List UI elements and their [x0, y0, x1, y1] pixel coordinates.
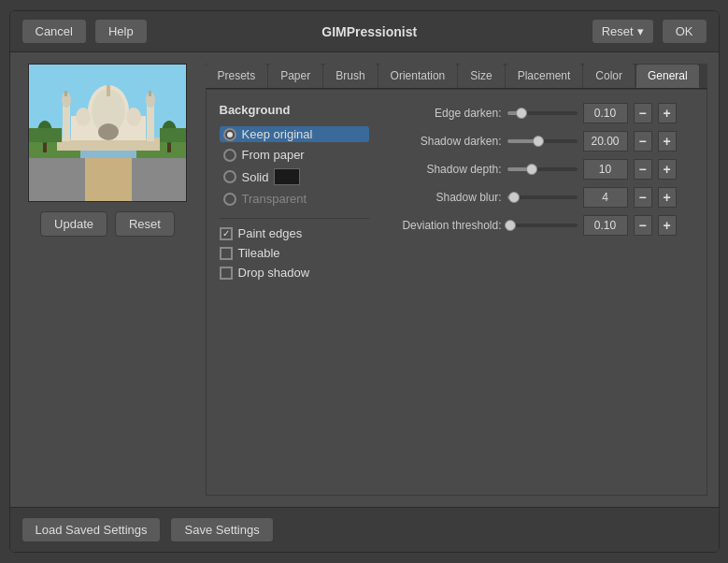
- divider: [220, 218, 369, 219]
- dialog-title: GIMPressionist: [321, 24, 417, 39]
- title-bar-right: Reset ▾ OK: [592, 19, 707, 44]
- shadow-depth-label: Shadow depth:: [380, 163, 502, 176]
- checkbox-paint-edges[interactable]: Paint edges: [220, 226, 369, 240]
- background-title: Background: [220, 103, 369, 117]
- checkbox-tileable[interactable]: Tileable: [220, 246, 369, 260]
- checkbox-box-tileable: [220, 247, 233, 260]
- checkbox-options: Paint edges Tileable Drop shadow: [220, 226, 369, 280]
- radio-label-transparent: Transparent: [242, 192, 307, 206]
- checkbox-drop-shadow[interactable]: Drop shadow: [220, 266, 369, 280]
- save-settings-button[interactable]: Save Settings: [170, 517, 273, 542]
- main-content: Update Reset Presets Paper Brush Orienta…: [10, 52, 719, 507]
- edge-darken-label: Edge darken:: [380, 107, 502, 120]
- slider-row-shadow-blur: Shadow blur: 4 − +: [380, 187, 693, 208]
- edge-darken-value: 0.10: [583, 103, 628, 123]
- shadow-depth-decrement[interactable]: −: [634, 159, 652, 180]
- cancel-button[interactable]: Cancel: [21, 19, 87, 44]
- shadow-darken-slider[interactable]: [507, 139, 578, 143]
- settings-left: Background Keep original From paper: [220, 103, 369, 280]
- svg-rect-14: [149, 91, 151, 96]
- title-bar-left: Cancel Help: [21, 19, 148, 44]
- color-swatch-solid[interactable]: [274, 168, 300, 185]
- dialog: Cancel Help GIMPressionist Reset ▾ OK: [9, 10, 720, 553]
- chevron-down-icon: ▾: [637, 24, 644, 38]
- shadow-depth-thumb: [526, 164, 537, 175]
- settings-right: Edge darken: 0.10 − + Shadow darken:: [380, 103, 693, 280]
- preview-image: [28, 64, 187, 202]
- left-panel: Update Reset: [21, 64, 194, 496]
- deviation-threshold-value: 0.10: [583, 215, 628, 236]
- checkbox-label-paint-edges: Paint edges: [238, 226, 303, 240]
- tab-content-general: Background Keep original From paper: [206, 89, 707, 496]
- radio-label-solid: Solid: [242, 170, 269, 184]
- shadow-darken-label: Shadow darken:: [380, 135, 502, 148]
- radio-transparent[interactable]: Transparent: [220, 191, 369, 207]
- deviation-threshold-thumb: [505, 220, 516, 231]
- svg-rect-8: [107, 85, 110, 96]
- shadow-darken-thumb: [533, 136, 544, 147]
- shadow-depth-increment[interactable]: +: [658, 159, 677, 180]
- load-settings-button[interactable]: Load Saved Settings: [21, 517, 162, 542]
- shadow-blur-slider[interactable]: [507, 195, 578, 199]
- svg-rect-9: [63, 102, 70, 141]
- checkbox-box-paint-edges: [220, 227, 233, 240]
- title-bar: Cancel Help GIMPressionist Reset ▾ OK: [10, 11, 719, 52]
- tab-presets[interactable]: Presets: [206, 64, 268, 88]
- shadow-darken-increment[interactable]: +: [658, 131, 677, 152]
- radio-keep-original[interactable]: Keep original: [220, 126, 369, 142]
- radio-solid[interactable]: Solid: [220, 167, 369, 186]
- edge-darken-thumb: [516, 108, 527, 119]
- svg-point-16: [126, 108, 141, 126]
- shadow-blur-decrement[interactable]: −: [634, 187, 652, 208]
- help-button[interactable]: Help: [94, 19, 148, 44]
- tab-placement[interactable]: Placement: [506, 64, 583, 88]
- shadow-darken-decrement[interactable]: −: [634, 131, 652, 152]
- reset-button[interactable]: Reset ▾: [592, 19, 654, 44]
- tab-orientation[interactable]: Orientation: [378, 64, 458, 88]
- shadow-blur-value: 4: [583, 187, 628, 208]
- deviation-threshold-slider[interactable]: [507, 224, 578, 227]
- update-button[interactable]: Update: [40, 211, 107, 237]
- radio-label-keep-original: Keep original: [242, 127, 313, 141]
- shadow-blur-thumb: [508, 192, 520, 203]
- checkbox-label-drop-shadow: Drop shadow: [238, 266, 310, 280]
- settings-columns: Background Keep original From paper: [220, 103, 693, 280]
- tab-color[interactable]: Color: [583, 64, 635, 88]
- shadow-depth-value: 10: [583, 159, 628, 180]
- shadow-depth-slider[interactable]: [507, 167, 578, 171]
- radio-dot-solid: [223, 170, 236, 183]
- slider-row-deviation-threshold: Deviation threshold: 0.10 − +: [380, 215, 693, 236]
- right-panel: Presets Paper Brush Orientation Size Pla…: [206, 64, 707, 496]
- reset-preview-button[interactable]: Reset: [115, 211, 175, 237]
- slider-row-shadow-depth: Shadow depth: 10 − +: [380, 159, 693, 180]
- deviation-threshold-increment[interactable]: +: [658, 215, 677, 236]
- tab-brush[interactable]: Brush: [323, 64, 377, 88]
- tab-size[interactable]: Size: [458, 64, 504, 88]
- radio-dot-transparent: [223, 193, 236, 206]
- shadow-blur-increment[interactable]: +: [658, 187, 677, 208]
- svg-rect-12: [147, 102, 154, 141]
- ok-button[interactable]: OK: [662, 19, 707, 44]
- radio-dot-keep-original: [223, 128, 236, 141]
- radio-from-paper[interactable]: From paper: [220, 147, 369, 163]
- svg-rect-22: [29, 128, 62, 142]
- slider-row-edge-darken: Edge darken: 0.10 − +: [380, 103, 693, 123]
- checkbox-box-drop-shadow: [220, 267, 233, 280]
- footer: Load Saved Settings Save Settings: [10, 507, 719, 552]
- tabs: Presets Paper Brush Orientation Size Pla…: [206, 64, 707, 89]
- tab-paper[interactable]: Paper: [268, 64, 322, 88]
- radio-group-background: Keep original From paper Solid: [220, 126, 369, 207]
- tab-general[interactable]: General: [635, 64, 700, 88]
- edge-darken-decrement[interactable]: −: [634, 103, 652, 123]
- svg-rect-11: [64, 91, 67, 96]
- checkbox-label-tileable: Tileable: [238, 246, 280, 260]
- shadow-darken-value: 20.00: [583, 131, 628, 152]
- svg-rect-21: [98, 123, 119, 140]
- left-buttons: Update Reset: [40, 211, 175, 237]
- shadow-blur-label: Shadow blur:: [380, 191, 502, 204]
- radio-label-from-paper: From paper: [242, 148, 305, 162]
- deviation-threshold-decrement[interactable]: −: [634, 215, 652, 236]
- reset-label: Reset: [602, 24, 634, 38]
- edge-darken-increment[interactable]: +: [658, 103, 677, 123]
- edge-darken-slider[interactable]: [507, 111, 578, 115]
